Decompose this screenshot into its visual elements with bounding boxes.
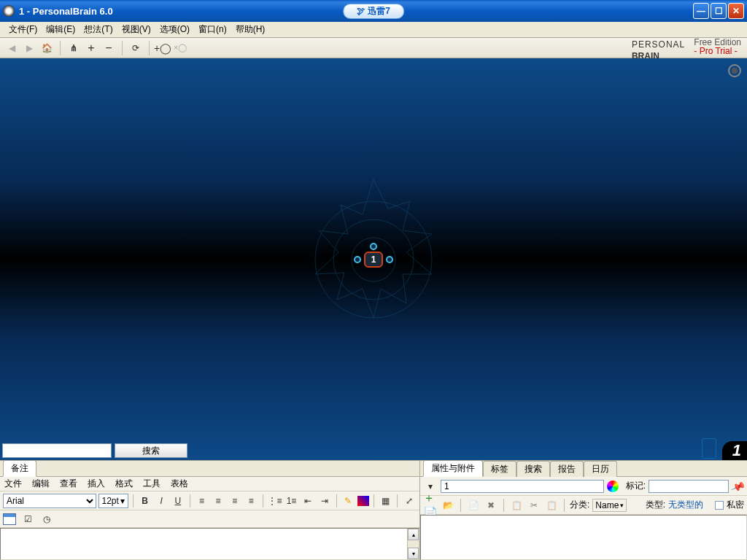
type-label: 类型: xyxy=(646,499,665,511)
menu-think[interactable]: 想法(T) xyxy=(80,22,117,37)
tab-properties[interactable]: 属性与附件 xyxy=(423,460,483,477)
color-picker-icon[interactable] xyxy=(607,481,619,492)
bold-button[interactable]: B xyxy=(138,494,152,508)
list-bullet-button[interactable]: ⋮≡ xyxy=(268,494,282,508)
notes-toolbar-2: ☑ ◷ xyxy=(0,510,419,528)
copy-button[interactable]: 📄 xyxy=(466,498,481,513)
notes-menubar: 文件 编辑 查看 插入 格式 工具 表格 xyxy=(0,477,419,491)
notes-menu-edit[interactable]: 编辑 xyxy=(32,478,50,490)
bottom-panels: 备注 文件 编辑 查看 插入 格式 工具 表格 Arial 12pt▾ B I … xyxy=(0,460,747,560)
search-bar: 搜索 xyxy=(0,441,190,460)
notes-menu-view[interactable]: 查看 xyxy=(60,478,77,490)
align-right-button[interactable]: ≡ xyxy=(228,494,242,508)
align-justify-button[interactable]: ≡ xyxy=(244,494,259,508)
notes-menu-file[interactable]: 文件 xyxy=(4,478,22,490)
link-dot-top[interactable] xyxy=(370,243,377,250)
node-tool-icon[interactable]: ⋔ xyxy=(66,41,81,55)
menu-help[interactable]: 帮助(H) xyxy=(231,22,270,37)
notes-menu-tools[interactable]: 工具 xyxy=(143,478,160,490)
toolbar: ◀ ▶ 🏠 ⋔ + − ⟳ +◯ ×◯ PERSONALBRAIN Free E… xyxy=(0,38,747,58)
x-circle-icon[interactable]: ×◯ xyxy=(173,41,187,55)
list-number-button[interactable]: 1≡ xyxy=(285,494,299,508)
underline-button[interactable]: U xyxy=(171,494,185,508)
outdent-button[interactable]: ⇤ xyxy=(301,494,315,508)
menu-options[interactable]: 选项(O) xyxy=(155,22,194,37)
notes-tabs: 备注 xyxy=(0,461,419,477)
scroll-up-button[interactable]: ▴ xyxy=(408,529,419,540)
plus-circle-icon[interactable]: +◯ xyxy=(155,41,170,55)
checkbox-tool[interactable]: ☑ xyxy=(20,512,35,526)
search-button[interactable]: 搜索 xyxy=(115,443,187,458)
center-thought-node[interactable]: 1 xyxy=(364,252,384,268)
scroll-down-button[interactable]: ▾ xyxy=(408,548,419,559)
add-attachment-button[interactable]: ＋📄 xyxy=(423,498,438,513)
paste-button[interactable]: 📋 xyxy=(544,498,559,513)
calendar-icon[interactable] xyxy=(3,513,16,525)
link-dot-right[interactable] xyxy=(386,256,393,263)
separator xyxy=(60,41,61,55)
menu-file[interactable]: 文件(F) xyxy=(4,22,42,37)
menu-edit[interactable]: 编辑(E) xyxy=(42,22,80,37)
properties-panel: 属性与附件 标签 搜索 报告 日历 ▾ 标记: 📌 ＋📄 📂 📄 ✖ 📋 ✂ 📋… xyxy=(420,461,747,560)
font-color-button[interactable] xyxy=(357,496,369,506)
canvas-current-badge[interactable]: 1 xyxy=(722,441,747,460)
insert-table-button[interactable]: ▦ xyxy=(379,494,393,508)
separator xyxy=(122,41,123,55)
xunlei-badge[interactable]: 迅雷7 xyxy=(343,4,404,19)
brain-canvas[interactable]: 1 1 搜索 xyxy=(0,58,747,460)
italic-button[interactable]: I xyxy=(154,494,169,508)
add-button[interactable]: + xyxy=(84,41,98,55)
open-folder-button[interactable]: 📂 xyxy=(441,498,455,513)
attachments-list[interactable] xyxy=(420,515,747,560)
clock-icon[interactable]: ◷ xyxy=(39,512,54,526)
search-input[interactable] xyxy=(2,443,112,458)
notes-menu-format[interactable]: 格式 xyxy=(115,478,133,490)
menu-view[interactable]: 视图(V) xyxy=(117,22,155,37)
close-button[interactable]: ✕ xyxy=(728,3,744,19)
mark-input[interactable] xyxy=(649,480,729,493)
indent-button[interactable]: ⇥ xyxy=(317,494,332,508)
pin-icon[interactable]: 📌 xyxy=(730,478,746,494)
window-title: 1 - PersonalBrain 6.0 xyxy=(19,6,113,17)
link-dot-left[interactable] xyxy=(354,256,361,263)
nav-back-button[interactable]: ◀ xyxy=(4,41,19,55)
delete-button[interactable]: ✖ xyxy=(484,498,498,513)
menu-window[interactable]: 窗口(n) xyxy=(194,22,231,37)
expand-button[interactable]: ⤢ xyxy=(402,494,417,508)
clipboard-copy-button[interactable]: 📋 xyxy=(509,498,524,513)
minimize-button[interactable]: — xyxy=(693,3,709,19)
home-button[interactable]: 🏠 xyxy=(39,41,54,55)
font-size-select[interactable]: 12pt▾ xyxy=(98,494,128,508)
sort-dropdown[interactable]: Name▾ xyxy=(592,499,627,512)
type-value[interactable]: 无类型的 xyxy=(668,499,703,511)
notes-scrollbar[interactable]: ▴ ▾ xyxy=(407,529,419,559)
refresh-button[interactable]: ⟳ xyxy=(128,41,143,55)
highlight-button[interactable]: ✎ xyxy=(341,494,356,508)
nav-forward-button[interactable]: ▶ xyxy=(22,41,36,55)
window-titlebar: 1 - PersonalBrain 6.0 迅雷7 — ☐ ✕ xyxy=(0,0,747,22)
notes-editor[interactable]: ▴ ▾ xyxy=(0,528,419,560)
notes-menu-insert[interactable]: 插入 xyxy=(88,478,105,490)
notes-panel: 备注 文件 编辑 查看 插入 格式 工具 表格 Arial 12pt▾ B I … xyxy=(0,461,420,560)
app-icon xyxy=(3,5,15,17)
notes-menu-table[interactable]: 表格 xyxy=(171,478,188,490)
tab-search[interactable]: 搜索 xyxy=(516,461,550,477)
font-family-select[interactable]: Arial xyxy=(3,494,96,508)
thought-name-input[interactable] xyxy=(441,480,604,493)
canvas-marker-box[interactable] xyxy=(702,438,716,459)
tab-tags[interactable]: 标签 xyxy=(483,461,516,477)
tab-notes[interactable]: 备注 xyxy=(3,460,36,477)
align-center-button[interactable]: ≡ xyxy=(211,494,225,508)
center-node-label: 1 xyxy=(371,254,376,265)
align-left-button[interactable]: ≡ xyxy=(195,494,209,508)
maximize-button[interactable]: ☐ xyxy=(711,3,727,19)
properties-tools-row: ＋📄 📂 📄 ✖ 📋 ✂ 📋 分类: Name▾ 类型: 无类型的 私密 xyxy=(420,496,747,515)
window-controls: — ☐ ✕ xyxy=(693,3,744,19)
tab-report[interactable]: 报告 xyxy=(550,461,584,477)
tab-calendar[interactable]: 日历 xyxy=(584,461,617,477)
private-checkbox[interactable] xyxy=(715,501,724,510)
cut-button[interactable]: ✂ xyxy=(527,498,541,513)
remove-button[interactable]: − xyxy=(101,41,116,55)
private-label: 私密 xyxy=(727,499,744,511)
notes-toolbar: Arial 12pt▾ B I U ≡ ≡ ≡ ≡ ⋮≡ 1≡ ⇤ ⇥ ✎ ▦ … xyxy=(0,491,419,510)
